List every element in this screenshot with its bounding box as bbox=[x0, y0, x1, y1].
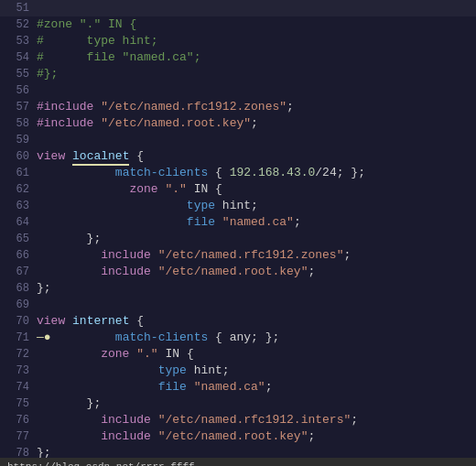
line-number: 74 bbox=[4, 379, 29, 396]
line-number: 66 bbox=[4, 247, 29, 264]
line-number: 65 bbox=[4, 231, 29, 247]
code-line: 61 match-clients { 192.168.43.0/24; }; bbox=[0, 165, 476, 181]
code-line: 67 include "/etc/named.root.key"; bbox=[0, 264, 476, 280]
line-content: file "named.ca"; bbox=[37, 214, 472, 231]
line-number: 71 bbox=[4, 330, 29, 346]
line-content: include "/etc/named.rfc1912.inters"; bbox=[37, 412, 472, 428]
line-content: type hint; bbox=[37, 198, 472, 214]
code-line: 56 bbox=[0, 82, 476, 99]
code-line: 53# type hint; bbox=[0, 33, 476, 49]
line-content: type hint; bbox=[37, 363, 472, 379]
line-number: 77 bbox=[4, 428, 29, 445]
code-editor: 51 52#zone "." IN {53# type hint;54# fil… bbox=[0, 0, 476, 458]
line-number: 55 bbox=[4, 66, 29, 82]
code-line: 74 file "named.ca"; bbox=[0, 379, 476, 396]
url-label: https://blog.csdn.net/rrrr_ffff bbox=[7, 459, 195, 466]
code-line: 54# file "named.ca"; bbox=[0, 49, 476, 66]
line-content: zone "." IN { bbox=[37, 181, 472, 198]
line-content: #include "/etc/named.root.key"; bbox=[37, 115, 472, 132]
code-line: 51 bbox=[0, 0, 476, 16]
line-number: 60 bbox=[4, 148, 29, 165]
line-content: }; bbox=[37, 280, 472, 297]
line-content: include "/etc/named.rfc1912.zones"; bbox=[37, 247, 472, 264]
line-content: #include "/etc/named.rfc1912.zones"; bbox=[37, 99, 472, 115]
line-content: }; bbox=[37, 396, 472, 412]
status-bar: https://blog.csdn.net/rrrr_ffff bbox=[0, 458, 476, 466]
line-content: include "/etc/named.root.key"; bbox=[37, 428, 472, 445]
code-line: 73 type hint; bbox=[0, 363, 476, 379]
line-number: 69 bbox=[4, 297, 29, 313]
code-line: 66 include "/etc/named.rfc1912.zones"; bbox=[0, 247, 476, 264]
line-content: zone "." IN { bbox=[37, 346, 472, 363]
line-number: 59 bbox=[4, 132, 29, 148]
code-line: 77 include "/etc/named.root.key"; bbox=[0, 428, 476, 445]
code-line: 62 zone "." IN { bbox=[0, 181, 476, 198]
code-line: 70view internet { bbox=[0, 313, 476, 330]
line-number: 72 bbox=[4, 346, 29, 363]
code-line: 57#include "/etc/named.rfc1912.zones"; bbox=[0, 99, 476, 115]
code-line: 64 file "named.ca"; bbox=[0, 214, 476, 231]
line-content bbox=[37, 82, 472, 99]
code-line: 78}; bbox=[0, 445, 476, 458]
code-line: 76 include "/etc/named.rfc1912.inters"; bbox=[0, 412, 476, 428]
line-number: 61 bbox=[4, 165, 29, 181]
line-content: match-clients { 192.168.43.0/24; }; bbox=[37, 165, 472, 181]
line-content: —● match-clients { any; }; bbox=[37, 330, 472, 346]
line-number: 70 bbox=[4, 313, 29, 330]
line-content bbox=[37, 0, 472, 16]
line-number: 76 bbox=[4, 412, 29, 428]
line-content: view internet { bbox=[37, 313, 472, 330]
line-content: # type hint; bbox=[37, 33, 472, 49]
line-content: }; bbox=[37, 231, 472, 247]
line-number: 62 bbox=[4, 181, 29, 198]
code-line: 65 }; bbox=[0, 231, 476, 247]
line-number: 75 bbox=[4, 396, 29, 412]
line-number: 57 bbox=[4, 99, 29, 115]
line-number: 68 bbox=[4, 280, 29, 297]
code-line: 75 }; bbox=[0, 396, 476, 412]
code-line: 55#}; bbox=[0, 66, 476, 82]
line-content: #}; bbox=[37, 66, 472, 82]
line-content: }; bbox=[37, 445, 472, 458]
code-line: 63 type hint; bbox=[0, 198, 476, 214]
line-number: 52 bbox=[4, 16, 29, 33]
line-number: 73 bbox=[4, 363, 29, 379]
code-line: 59 bbox=[0, 132, 476, 148]
line-number: 64 bbox=[4, 214, 29, 231]
line-number: 78 bbox=[4, 445, 29, 458]
code-line: 71—● match-clients { any; }; bbox=[0, 330, 476, 346]
line-number: 54 bbox=[4, 49, 29, 66]
line-number: 67 bbox=[4, 264, 29, 280]
line-content: include "/etc/named.root.key"; bbox=[37, 264, 472, 280]
line-number: 53 bbox=[4, 33, 29, 49]
code-line: 68}; bbox=[0, 280, 476, 297]
line-number: 63 bbox=[4, 198, 29, 214]
line-number: 58 bbox=[4, 115, 29, 132]
line-number: 51 bbox=[4, 0, 29, 16]
line-content bbox=[37, 132, 472, 148]
line-content: #zone "." IN { bbox=[37, 16, 472, 33]
code-line: 52#zone "." IN { bbox=[0, 16, 476, 33]
code-line: 58#include "/etc/named.root.key"; bbox=[0, 115, 476, 132]
line-number: 56 bbox=[4, 82, 29, 99]
line-content: # file "named.ca"; bbox=[37, 49, 472, 66]
code-line: 60view localnet { bbox=[0, 148, 476, 165]
line-content bbox=[37, 297, 472, 313]
code-line: 69 bbox=[0, 297, 476, 313]
line-content: file "named.ca"; bbox=[37, 379, 472, 396]
line-content: view localnet { bbox=[37, 148, 472, 165]
code-line: 72 zone "." IN { bbox=[0, 346, 476, 363]
